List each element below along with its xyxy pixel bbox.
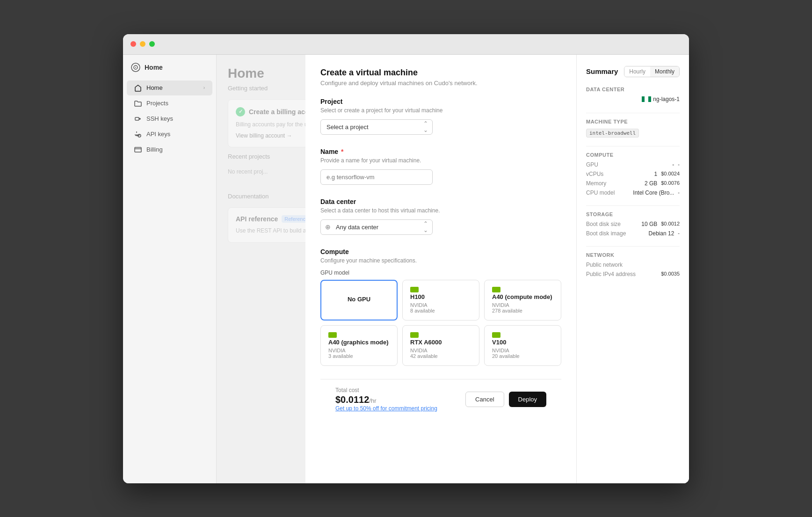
sidebar-item-ssh-keys[interactable]: SSH keys [127,111,212,126]
vm-name-input[interactable] [320,169,433,185]
summary-divider [586,205,680,206]
gpu-availability: 42 available [410,353,471,359]
dc-value: ng-lagos-1 [590,96,680,103]
memory-price: $0.0076 [661,180,680,186]
sidebar-item-label: SSH keys [146,115,173,122]
disk-image-price: - [678,230,680,236]
total-cost-area: Total cost $0.0112/hr Get up to 50% off … [335,387,437,412]
nvidia-logo-icon [328,332,337,338]
chevron-right-icon: › [203,85,205,90]
sidebar-item-billing[interactable]: Billing [127,142,212,157]
summary-storage-section: Storage Boot disk size 10 GB $0.0012 Boo… [586,211,680,237]
compute-label: Compute [320,248,561,255]
summary-ipv4-row: Public IPv4 address $0.0035 [586,271,680,277]
svg-rect-3 [135,117,139,120]
gpu-availability: 20 available [492,353,553,359]
sidebar-item-home[interactable]: Home › [127,80,212,95]
main-area: Home Home › Projects SSH [123,55,689,483]
required-star: * [339,148,343,155]
check-icon: ✓ [236,107,245,117]
svg-rect-9 [411,333,418,337]
total-cost-value-row: $0.0112/hr [335,394,437,405]
cancel-button[interactable]: Cancel [465,392,504,407]
summary-divider [586,246,680,247]
nvidia-logo-icon [492,332,500,338]
datacenter-select[interactable]: Any data center ng-lagos-1 us-east-1 eu-… [320,219,433,235]
summary-divider [586,146,680,146]
gpu-header [410,332,471,338]
name-desc: Provide a name for your virtual machine. [320,157,561,164]
gpu-option-h100[interactable]: H100 NVIDIA 8 available [402,280,479,320]
summary-cpu-row: CPU model Intel Core (Bro... - [586,189,680,196]
sidebar-item-projects[interactable]: Projects [127,96,212,111]
nigeria-flag-icon [642,96,651,102]
gpu-option-v100[interactable]: V100 NVIDIA 20 available [484,325,561,366]
sidebar-item-label: Home [146,84,163,91]
summary-network-section: Network Public network Public IPv4 addre… [586,252,680,277]
compute-section: Compute Configure your machine specifica… [320,248,561,366]
vcpu-price: $0.0024 [661,171,680,176]
gpu-header [492,332,553,338]
sidebar-item-api-keys[interactable]: API keys [127,127,212,142]
gpu-label: GPU [586,161,598,168]
folder-icon [134,100,142,107]
gpu-header [410,287,471,292]
svg-rect-8 [329,333,336,337]
disk-image-label: Boot disk image [586,230,626,237]
summary-storage-title: Storage [586,211,680,217]
gpu-name: A40 (graphics mode) [328,339,390,346]
gpu-option-a40-compute[interactable]: A40 (compute mode) NVIDIA 278 available [484,280,561,320]
project-desc: Select or create a project for your virt… [320,107,561,114]
memory-label: Memory [586,180,606,187]
project-select[interactable]: Select a project Project Alpha Project B… [320,119,433,135]
summary-header: Summary Hourly Monthly [586,66,680,77]
close-button[interactable] [130,41,136,47]
nvidia-logo-icon [492,287,500,292]
sidebar: Home Home › Projects SSH [123,55,217,483]
gpu-option-a40-graphics[interactable]: A40 (graphics mode) NVIDIA 3 available [320,325,398,366]
sidebar-logo: Home [123,62,216,80]
summary-dc-title: Data center [586,87,680,92]
disk-size-label: Boot disk size [586,221,621,227]
modal-title: Create a virtual machine [320,68,561,78]
gpu-header [328,332,390,338]
gpu-option-rtx-a6000[interactable]: RTX A6000 NVIDIA 42 available [402,325,479,366]
gpu-name: V100 [492,339,553,346]
commitment-pricing-link[interactable]: Get up to 50% off for commitment pricing [335,405,437,412]
summary-disk-size-row: Boot disk size 10 GB $0.0012 [586,221,680,227]
monthly-toggle-button[interactable]: Monthly [650,66,679,77]
gpu-option-no-gpu[interactable]: No GPU [320,280,398,320]
gpu-availability: 278 available [492,308,553,313]
gpu-name: H100 [410,293,471,300]
summary-vcpu-row: vCPUs 1 $0.0024 [586,171,680,177]
view-billing-link[interactable]: View billing account → [236,132,292,139]
sidebar-logo-label: Home [145,64,163,71]
disk-size-price: $0.0012 [661,221,680,226]
billing-toggle: Hourly Monthly [624,66,680,77]
project-section: Project Select or create a project for y… [320,98,561,135]
sidebar-item-label: Billing [146,146,163,153]
summary-datacenter-section: Data center ng-lagos-1 [586,87,680,103]
disk-image-value: Debian 12 [630,230,674,237]
logo-icon [130,62,141,73]
modal-subtitle: Configure and deploy virtual machines on… [320,80,561,87]
title-bar [123,34,689,55]
name-label: Name * [320,148,561,155]
gpu-options-grid: No GPU H100 NVIDIA 8 available [320,280,561,366]
minimize-button[interactable] [140,41,145,47]
summary-gpu-row: GPU - - [586,161,680,168]
summary-dc-row: ng-lagos-1 [586,96,680,103]
gpu-brand: NVIDIA [410,348,471,353]
maximize-button[interactable] [149,41,155,47]
summary-machine-section: Machine type intel-broadwell [586,119,680,137]
svg-rect-7 [493,287,500,292]
compute-desc: Configure your machine specifications. [320,257,561,264]
summary-divider [586,113,680,113]
total-cost-unit: /hr [369,397,376,404]
cpu-price: - [678,189,680,195]
summary-public-network-row: Public network [586,262,680,268]
vcpu-value: 1 [607,171,657,177]
deploy-button[interactable]: Deploy [509,392,546,407]
hourly-toggle-button[interactable]: Hourly [624,66,650,77]
gpu-brand: NVIDIA [410,302,471,308]
